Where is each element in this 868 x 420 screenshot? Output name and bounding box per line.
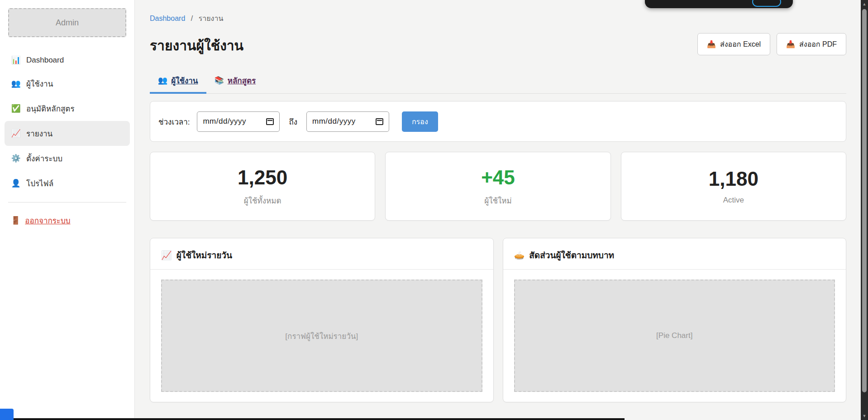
- sidebar: Admin 📊 Dashboard 👥 ผู้ใช้งาน ✅ อนุมัติห…: [0, 0, 135, 420]
- person-icon: 👤: [11, 179, 21, 188]
- corner-blue-element: [0, 409, 14, 420]
- tab-courses-label: หลักสูตร: [228, 74, 256, 87]
- sidebar-item-label: รายงาน: [26, 127, 52, 140]
- stat-label-total-users: ผู้ใช้ทั้งหมด: [244, 194, 281, 207]
- date-from-placeholder: mm/dd/yyyy: [203, 117, 246, 126]
- sidebar-item-label: ผู้ใช้งาน: [26, 77, 53, 90]
- breadcrumb-separator: /: [191, 14, 193, 22]
- page-title: รายงานผู้ใช้งาน: [150, 35, 243, 56]
- main-content: Dashboard / รายงาน รายงานผู้ใช้งาน 📥 ส่ง…: [135, 0, 861, 420]
- stat-value-new-users: +45: [481, 166, 515, 189]
- export-pdf-button[interactable]: 📥 ส่งออก PDF: [777, 33, 846, 55]
- breadcrumb-current: รายงาน: [199, 14, 224, 22]
- scroll-down-arrow[interactable]: ▼: [861, 412, 868, 420]
- scroll-up-arrow[interactable]: ▲: [861, 0, 868, 8]
- filter-button[interactable]: กรอง: [402, 111, 438, 132]
- chart-title-daily-new-users: ผู้ใช้ใหม่รายวัน: [176, 248, 232, 262]
- daily-new-users-chart-placeholder: [กราฟผู้ใช้ใหม่รายวัน]: [161, 280, 482, 392]
- sidebar-item-label: โปรไฟล์: [26, 177, 53, 189]
- export-excel-label: ส่งออก Excel: [720, 39, 761, 50]
- stats-row: 1,250 ผู้ใช้ทั้งหมด +45 ผู้ใช้ใหม่ 1,180…: [150, 152, 846, 221]
- export-buttons: 📥 ส่งออก Excel 📥 ส่งออก PDF: [697, 33, 846, 55]
- bottom-edge-line: [0, 418, 625, 420]
- logout-link[interactable]: 🚪 ออกจากระบบ: [5, 209, 130, 232]
- bar-chart-icon: 📊: [11, 55, 21, 65]
- users-by-role-chart-placeholder: [Pie Chart]: [514, 280, 835, 392]
- sidebar-item-profile[interactable]: 👤 โปรไฟล์: [5, 171, 130, 196]
- date-to-input[interactable]: mm/dd/yyyy: [306, 111, 389, 132]
- chart-increasing-icon: 📈: [11, 129, 21, 138]
- charts-row: 📈 ผู้ใช้ใหม่รายวัน [กราฟผู้ใช้ใหม่รายวัน…: [150, 238, 846, 402]
- chart-title-users-by-role: สัดส่วนผู้ใช้ตามบทบาท: [529, 248, 614, 262]
- gear-icon: ⚙️: [11, 154, 21, 163]
- calendar-icon[interactable]: [266, 118, 274, 125]
- sidebar-item-reports[interactable]: 📈 รายงาน: [5, 121, 130, 146]
- overlay-pill-button[interactable]: [752, 0, 781, 7]
- vertical-scrollbar[interactable]: ▲ ▼: [861, 0, 868, 420]
- books-icon: 📚: [215, 76, 224, 85]
- stat-label-active-users: Active: [723, 196, 744, 205]
- download-icon: 📥: [786, 40, 795, 48]
- export-pdf-label: ส่งออก PDF: [799, 39, 837, 50]
- stat-label-new-users: ผู้ใช้ใหม่: [484, 194, 512, 207]
- chart-card-users-by-role: 🥧 สัดส่วนผู้ใช้ตามบทบาท [Pie Chart]: [503, 238, 847, 402]
- sidebar-item-approve-courses[interactable]: ✅ อนุมัติหลักสูตร: [5, 96, 130, 121]
- browser-notification-overlay: [645, 0, 793, 8]
- sidebar-item-system-settings[interactable]: ⚙️ ตั้งค่าระบบ: [5, 146, 130, 171]
- calendar-icon[interactable]: [376, 118, 383, 125]
- chart-card-daily-new-users: 📈 ผู้ใช้ใหม่รายวัน [กราฟผู้ใช้ใหม่รายวัน…: [150, 238, 494, 402]
- door-icon: 🚪: [11, 216, 20, 225]
- date-to-label: ถึง: [289, 116, 297, 128]
- logout-label: ออกจากระบบ: [25, 214, 70, 227]
- sidebar-menu: 📊 Dashboard 👥 ผู้ใช้งาน ✅ อนุมัติหลักสูต…: [0, 49, 134, 196]
- users-icon: 👥: [158, 76, 167, 85]
- sidebar-item-dashboard[interactable]: 📊 Dashboard: [5, 49, 130, 71]
- placeholder-text: [Pie Chart]: [656, 331, 692, 340]
- download-icon: 📥: [707, 40, 716, 48]
- placeholder-text: [กราฟผู้ใช้ใหม่รายวัน]: [285, 330, 358, 342]
- stat-card-total-users: 1,250 ผู้ใช้ทั้งหมด: [150, 152, 375, 221]
- stat-value-total-users: 1,250: [238, 166, 287, 189]
- date-from-input[interactable]: mm/dd/yyyy: [197, 111, 280, 132]
- sidebar-item-label: Dashboard: [26, 56, 64, 65]
- check-icon: ✅: [11, 104, 21, 113]
- sidebar-item-users[interactable]: 👥 ผู้ใช้งาน: [5, 71, 130, 96]
- stat-card-active-users: 1,180 Active: [621, 152, 846, 221]
- chart-increasing-icon: 📈: [161, 250, 172, 261]
- date-filter-card: ช่วงเวลา: mm/dd/yyyy ถึง mm/dd/yyyy กรอง: [150, 101, 846, 142]
- users-icon: 👥: [11, 79, 21, 88]
- date-range-label: ช่วงเวลา:: [158, 116, 190, 128]
- sidebar-item-label: อนุมัติหลักสูตร: [26, 102, 75, 115]
- sidebar-item-label: ตั้งค่าระบบ: [26, 152, 62, 164]
- tab-users-label: ผู้ใช้งาน: [171, 74, 198, 87]
- stat-card-new-users: +45 ผู้ใช้ใหม่: [385, 152, 610, 221]
- date-to-placeholder: mm/dd/yyyy: [312, 117, 356, 126]
- stat-value-active-users: 1,180: [709, 168, 758, 190]
- export-excel-button[interactable]: 📥 ส่งออก Excel: [697, 33, 770, 55]
- breadcrumb: Dashboard / รายงาน: [150, 13, 846, 24]
- report-tabs: 👥 ผู้ใช้งาน 📚 หลักสูตร: [150, 70, 846, 94]
- tab-courses[interactable]: 📚 หลักสูตร: [206, 70, 264, 94]
- admin-logo-label: Admin: [56, 18, 79, 28]
- breadcrumb-dashboard-link[interactable]: Dashboard: [150, 14, 185, 22]
- sidebar-divider: [8, 202, 126, 203]
- admin-logo-placeholder: Admin: [8, 8, 126, 37]
- scrollbar-thumb[interactable]: [862, 9, 867, 392]
- pie-icon: 🥧: [514, 250, 525, 261]
- tab-users[interactable]: 👥 ผู้ใช้งาน: [150, 70, 206, 94]
